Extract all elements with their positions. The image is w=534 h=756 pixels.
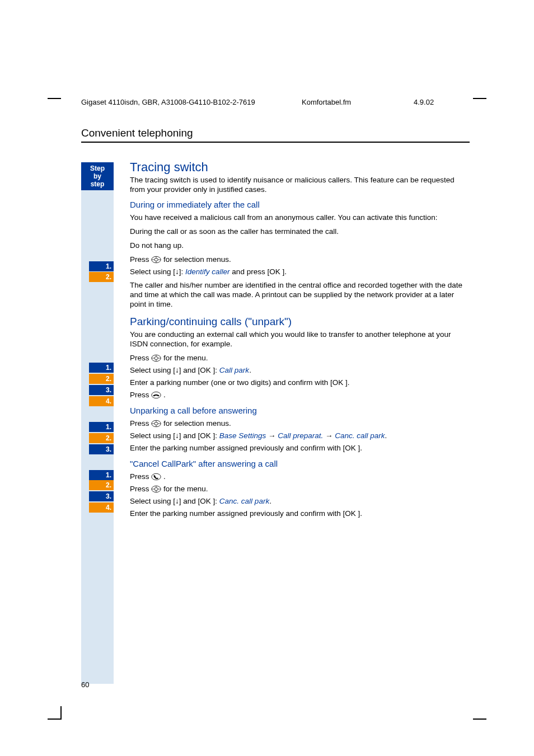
text: for selection menus.: [161, 419, 231, 428]
paragraph: The caller and his/her number are identi…: [130, 280, 470, 309]
subheading: "Cancel CallPark" after answering a call: [130, 459, 470, 468]
step-line: Press for selection menus.: [130, 255, 470, 265]
text: .: [385, 431, 387, 440]
text: →: [266, 431, 278, 440]
hangup-button-icon: [151, 391, 161, 399]
step-line: Select using [↓] and [OK ]: Call park.: [130, 365, 470, 375]
step-number-badge: 2.: [89, 374, 114, 384]
step-number-badge: 4.: [89, 503, 114, 513]
arrow-down-icon: ↓: [175, 497, 179, 505]
call-button-icon: [151, 473, 161, 481]
text: .: [161, 391, 166, 399]
text: for the menu.: [161, 354, 208, 362]
step-line: Enter the parking number assigned previo…: [130, 509, 470, 519]
menu-item-label: Base Settings: [219, 431, 266, 440]
text: .: [161, 472, 166, 481]
step-number-badge: 2.: [89, 272, 114, 282]
heading-tracing-switch: Tracing switch: [130, 162, 470, 172]
svg-point-3: [154, 357, 158, 360]
paragraph: You have received a malicious call from …: [130, 213, 470, 222]
text: .: [249, 366, 251, 374]
step-line: Press .: [130, 390, 470, 400]
crop-mark: [473, 719, 486, 720]
step-line: Press for the menu.: [130, 484, 470, 494]
crop-mark: [48, 98, 61, 99]
step-line: Enter the parking number assigned previo…: [130, 443, 470, 453]
text: Press: [130, 354, 151, 362]
page-number: 60: [81, 680, 89, 689]
header-date: 4.9.02: [414, 98, 470, 106]
crop-mark: [60, 706, 62, 720]
step-number-badge: 2.: [89, 433, 114, 443]
step-line: Select using [↓]: Identify caller and pr…: [130, 267, 470, 277]
svg-point-7: [152, 474, 161, 480]
menu-item-label: Call park: [219, 366, 249, 374]
step-number-badge: 3.: [89, 444, 114, 454]
step-line: Press for selection menus.: [130, 419, 470, 429]
text: ] and [OK ]:: [179, 431, 219, 440]
nav-button-icon: [151, 485, 161, 493]
paragraph: During the call or as soon as the caller…: [130, 227, 470, 236]
step-badge-line: Step: [81, 165, 114, 172]
heading-parking: Parking/continuing calls ("unpark"): [130, 317, 470, 326]
main-content: Tracing switch The tracing switch is use…: [130, 162, 470, 521]
menu-item-label: Canc. call park: [335, 431, 385, 440]
sidebar: Step by step 1. 2. 1. 2. 3. 4. 1. 2. 3. …: [81, 162, 114, 684]
step-line: Press .: [130, 472, 470, 482]
text: Press: [130, 391, 151, 399]
text: for selection menus.: [161, 255, 231, 264]
text: Press: [130, 255, 151, 264]
text: Press: [130, 472, 151, 481]
text: for the menu.: [161, 485, 208, 493]
step-number-badge: 2.: [89, 480, 114, 490]
text: Select using [: [130, 431, 175, 440]
arrow-down-icon: ↓: [175, 431, 179, 440]
step-number-badge: 4.: [89, 396, 114, 406]
step-by-step-badge: Step by step: [81, 162, 114, 190]
paragraph: The tracing switch is used to identify n…: [130, 175, 470, 194]
menu-item-label: Call preparat.: [278, 431, 323, 440]
svg-point-9: [154, 488, 158, 491]
text: ] and [OK ]:: [179, 366, 219, 374]
subheading: Unparking a call before answering: [130, 406, 470, 415]
paragraph: You are conducting an external call whic…: [130, 330, 470, 349]
arrow-down-icon: ↓: [175, 366, 179, 374]
step-number-badge: 1.: [89, 470, 114, 480]
nav-button-icon: [151, 256, 161, 264]
svg-point-1: [154, 259, 158, 261]
step-number-badge: 3.: [89, 385, 114, 395]
section-title: Convenient telephoning: [81, 127, 470, 143]
step-number-badge: 1.: [89, 422, 114, 432]
step-line: Enter a parking number (one or two digit…: [130, 378, 470, 388]
step-badge-line: step: [81, 180, 114, 188]
text: Select using [: [130, 366, 175, 374]
menu-item-label: Canc. call park: [219, 497, 269, 505]
subheading: During or immediately after the call: [130, 200, 470, 209]
menu-item-label: Identify caller: [185, 267, 230, 276]
step-number-badge: 1.: [89, 363, 114, 373]
text: Press: [130, 485, 151, 493]
crop-mark: [473, 98, 486, 99]
text: Press: [130, 419, 151, 428]
text: Select using [: [130, 497, 175, 505]
arrow-down-icon: ↓: [175, 267, 179, 276]
text: and press [OK ].: [230, 267, 287, 276]
crop-mark: [48, 719, 61, 720]
nav-button-icon: [151, 420, 161, 428]
text: Select using [: [130, 267, 175, 276]
step-line: Press for the menu.: [130, 353, 470, 363]
step-number-badge: 1.: [89, 261, 114, 271]
text: ]:: [179, 267, 185, 276]
header-doc-id: Gigaset 4110isdn, GBR, A31008-G4110-B102…: [81, 98, 302, 106]
step-line: Select using [↓] and [OK ]: Canc. call p…: [130, 496, 470, 506]
step-number-badge: 3.: [89, 491, 114, 501]
svg-point-6: [154, 422, 158, 425]
step-badge-line: by: [81, 172, 114, 180]
page-header: Gigaset 4110isdn, GBR, A31008-G4110-B102…: [81, 98, 470, 106]
paragraph: Do not hang up.: [130, 241, 470, 250]
header-filename: Komfortabel.fm: [302, 98, 414, 106]
text: .: [269, 497, 271, 505]
text: →: [323, 431, 335, 440]
step-line: Select using [↓] and [OK ]: Base Setting…: [130, 431, 470, 441]
text: ] and [OK ]:: [179, 497, 219, 505]
